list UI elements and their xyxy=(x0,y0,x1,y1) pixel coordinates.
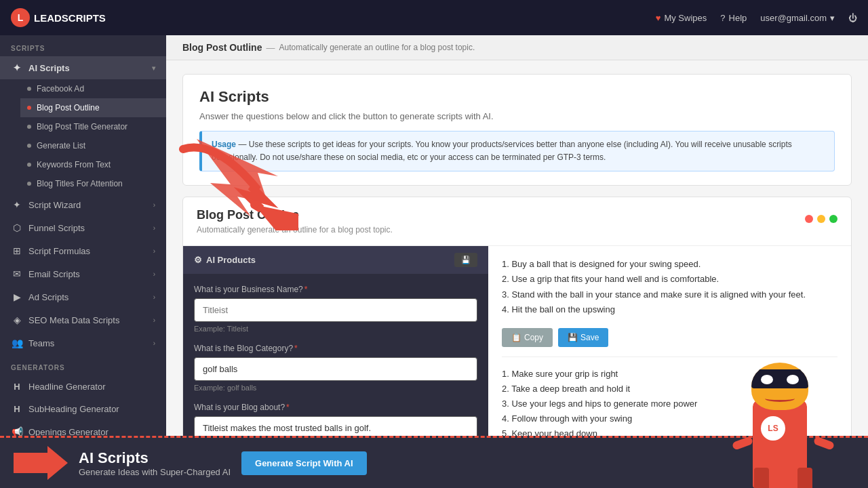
breadcrumb-separator: — xyxy=(266,43,275,53)
sidebar-item-email-scripts[interactable]: ✉ Email Scripts › xyxy=(0,262,166,285)
teams-icon: 👥 xyxy=(11,338,23,348)
blog-category-field: What is the Blog Category?* Example: gol… xyxy=(194,344,477,392)
app-logo[interactable]: L LEADSCRIPTS xyxy=(11,8,106,27)
sidebar-item-ai-scripts[interactable]: ✦ AI Scripts ▾ xyxy=(0,56,166,79)
sidebar-item-teams[interactable]: 👥 Teams › xyxy=(0,331,166,354)
blog-outline-header: Blog Post Outline Automatically generate… xyxy=(183,197,851,246)
promo-subtext: Generate Ideas with Super-Charged AI xyxy=(79,467,231,477)
breadcrumb: Blog Post Outline — Automatically genera… xyxy=(166,35,868,60)
chevron-icon: › xyxy=(153,317,155,324)
content-area: AI Scripts Answer the questions below an… xyxy=(166,60,868,488)
chevron-icon: › xyxy=(153,224,155,232)
result-divider xyxy=(502,357,837,357)
sidebar-item-generate-list[interactable]: Generate List xyxy=(20,136,166,155)
chevron-icon: ▾ xyxy=(152,64,155,72)
breadcrumb-title: Blog Post Outline xyxy=(182,42,262,53)
sidebar: SCRIPTS ✦ AI Scripts ▾ Facebook Ad Blog … xyxy=(0,35,166,488)
user-menu[interactable]: user@gmail.com ▾ xyxy=(760,13,835,23)
help-link[interactable]: ? Help xyxy=(720,13,747,23)
red-arrow-icon xyxy=(14,446,68,480)
sidebar-item-headline-gen[interactable]: H Headline Generator xyxy=(0,375,166,398)
ai-icon: ✦ xyxy=(11,62,23,73)
bullet-dot xyxy=(27,144,31,148)
svg-marker-0 xyxy=(14,446,68,480)
form-save-icon-btn[interactable]: 💾 xyxy=(454,253,477,267)
business-name-label: What is your Business Name?* xyxy=(194,285,477,294)
copy-button-1[interactable]: 📋 Copy xyxy=(502,328,553,347)
traffic-light-yellow xyxy=(817,215,825,223)
sidebar-item-seo[interactable]: ◈ SEO Meta Data Scripts › xyxy=(0,308,166,331)
result-text-2: 1. Make sure your grip is right 2. Take … xyxy=(502,367,837,441)
gear-icon: ⚙ xyxy=(194,255,202,265)
ad-icon: ▶ xyxy=(11,291,23,302)
blog-category-input[interactable] xyxy=(194,357,477,381)
traffic-lights xyxy=(805,215,837,223)
chevron-icon: › xyxy=(153,201,155,209)
result-line-7: 3. Use your legs and hips to generate mo… xyxy=(502,396,837,411)
form-panel-header: ⚙ AI Products 💾 xyxy=(183,246,488,274)
ai-scripts-header-card: AI Scripts Answer the questions below an… xyxy=(182,74,852,186)
traffic-light-green xyxy=(829,215,837,223)
sidebar-item-funnel-scripts[interactable]: ⬡ Funnel Scripts › xyxy=(0,216,166,239)
sidebar-item-subheading-gen[interactable]: H SubHeading Generator xyxy=(0,398,166,420)
result-text-1: 1. Buy a ball that is designed for your … xyxy=(502,257,837,317)
result-line-8: 4. Follow through with your swing xyxy=(502,411,837,426)
business-name-input[interactable] xyxy=(194,298,477,322)
seo-icon: ◈ xyxy=(11,314,23,325)
bullet-dot xyxy=(27,125,31,129)
app-name: LEADSCRIPTS xyxy=(34,12,106,24)
sidebar-item-script-wizard[interactable]: ✦ Script Wizard › xyxy=(0,193,166,216)
blog-category-hint: Example: golf balls xyxy=(194,384,477,392)
chevron-icon: › xyxy=(153,247,155,255)
ai-scripts-submenu: Facebook Ad Blog Post Outline Blog Post … xyxy=(0,79,166,193)
sidebar-item-script-formulas[interactable]: ⊞ Script Formulas › xyxy=(0,239,166,262)
promo-generate-button[interactable]: Generate Script With AI xyxy=(241,451,367,475)
sidebar-item-blog-post-outline[interactable]: Blog Post Outline xyxy=(20,98,166,117)
bullet-dot xyxy=(27,163,31,167)
business-name-field: What is your Business Name?* Example: Ti… xyxy=(194,285,477,333)
save-button-1[interactable]: 💾 Save xyxy=(558,328,608,347)
wizard-icon: ✦ xyxy=(11,199,23,210)
chevron-icon: › xyxy=(153,340,155,347)
sidebar-item-facebook-ad[interactable]: Facebook Ad xyxy=(20,79,166,98)
usage-title: Usage xyxy=(212,140,236,149)
usage-text: — Use these scripts to get ideas for you… xyxy=(212,140,792,162)
result-actions-1: 📋 Copy 💾 Save xyxy=(502,328,837,347)
promo-text: AI Scripts Generate Ideas with Super-Cha… xyxy=(79,449,231,477)
ai-scripts-subtext: Answer the questions below and click the… xyxy=(199,111,835,121)
form-panel-title: ⚙ AI Products xyxy=(194,255,256,265)
app-layout: SCRIPTS ✦ AI Scripts ▾ Facebook Ad Blog … xyxy=(0,35,868,488)
power-button[interactable]: ⏻ xyxy=(848,13,857,23)
chevron-icon: › xyxy=(153,270,155,278)
chevron-down-icon: ▾ xyxy=(830,13,835,23)
sidebar-item-ad-scripts[interactable]: ▶ Ad Scripts › xyxy=(0,285,166,308)
result-line-6: 2. Take a deep breath and hold it xyxy=(502,382,837,396)
blog-about-label: What is your Blog about?* xyxy=(194,403,477,412)
heart-icon: ♥ xyxy=(656,13,661,23)
my-swipes-link[interactable]: ♥ My Swipes xyxy=(656,13,707,23)
traffic-light-red xyxy=(805,215,813,223)
bullet-dot xyxy=(27,87,31,91)
main-content: Blog Post Outline — Automatically genera… xyxy=(166,35,868,488)
scripts-section-label: SCRIPTS xyxy=(0,35,166,56)
bullet-dot-active xyxy=(27,106,31,110)
headline-icon: H xyxy=(11,382,23,392)
sidebar-item-blog-titles-attention[interactable]: Blog Titles For Attention xyxy=(20,174,166,193)
save-icon-1: 💾 xyxy=(568,333,578,342)
funnel-icon: ⬡ xyxy=(11,222,23,233)
generators-section-label: GENERATORS xyxy=(0,354,166,375)
result-line-2: 2. Use a grip that fits your hand well a… xyxy=(502,272,837,287)
copy-icon-1: 📋 xyxy=(511,333,521,342)
power-icon: ⏻ xyxy=(848,13,857,23)
result-line-5: 1. Make sure your grip is right xyxy=(502,367,837,382)
blog-category-label: What is the Blog Category?* xyxy=(194,344,477,353)
sidebar-item-blog-title-gen[interactable]: Blog Post Title Generator xyxy=(20,117,166,136)
result-line-3: 3. Stand with the ball in your stance an… xyxy=(502,287,837,302)
blog-outline-subtitle: Automatically generate an outline for a … xyxy=(197,225,393,235)
sidebar-item-keywords[interactable]: Keywords From Text xyxy=(20,155,166,174)
formula-icon: ⊞ xyxy=(11,245,23,256)
subheading-icon: H xyxy=(11,404,23,414)
chevron-icon: › xyxy=(153,293,155,301)
topnav-right: ♥ My Swipes ? Help user@gmail.com ▾ ⏻ xyxy=(656,13,857,23)
logo-icon: L xyxy=(11,8,30,27)
